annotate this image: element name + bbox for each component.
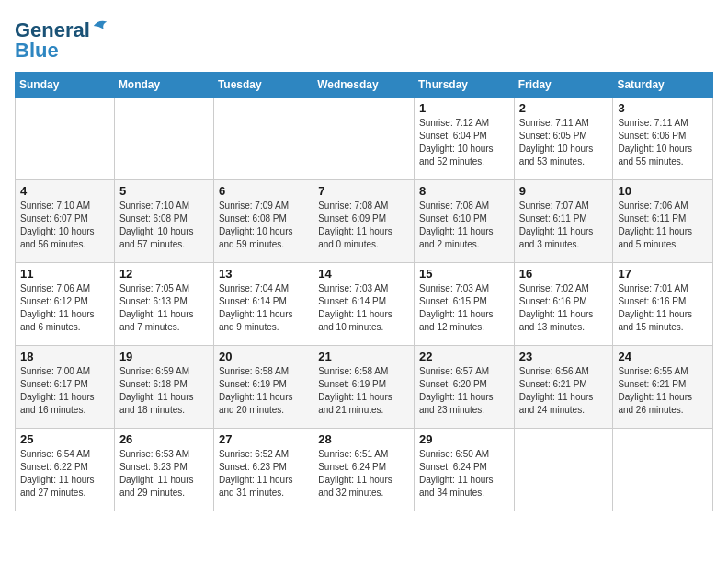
day-number: 13 [219,267,308,281]
calendar-cell [313,98,415,180]
day-number: 24 [618,350,708,363]
calendar-cell: 7Sunrise: 7:08 AM Sunset: 6:09 PM Daylig… [313,180,415,263]
week-row-3: 11Sunrise: 7:06 AM Sunset: 6:12 PM Dayli… [16,263,713,346]
day-number: 20 [219,350,308,363]
day-number: 3 [618,101,708,115]
day-number: 19 [119,350,209,363]
calendar-cell: 13Sunrise: 7:04 AM Sunset: 6:14 PM Dayli… [213,263,313,346]
day-number: 23 [519,350,609,363]
calendar-cell: 6Sunrise: 7:09 AM Sunset: 6:08 PM Daylig… [213,180,313,263]
calendar-cell: 17Sunrise: 7:01 AM Sunset: 6:16 PM Dayli… [613,263,713,346]
calendar-cell: 4Sunrise: 7:10 AM Sunset: 6:07 PM Daylig… [16,180,115,263]
day-number: 26 [119,432,209,446]
weekday-header-thursday: Thursday [414,73,514,98]
calendar-table: SundayMondayTuesdayWednesdayThursdayFrid… [15,72,713,511]
day-number: 7 [318,184,409,198]
day-info: Sunrise: 7:00 AM Sunset: 6:17 PM Dayligh… [20,365,109,417]
day-number: 8 [419,184,509,198]
day-number: 18 [20,350,109,363]
day-info: Sunrise: 7:11 AM Sunset: 6:05 PM Dayligh… [519,117,609,168]
day-info: Sunrise: 7:10 AM Sunset: 6:07 PM Dayligh… [20,200,109,251]
calendar-cell: 5Sunrise: 7:10 AM Sunset: 6:08 PM Daylig… [114,180,213,263]
weekday-header-saturday: Saturday [613,73,713,98]
calendar-cell: 25Sunrise: 6:54 AM Sunset: 6:22 PM Dayli… [16,429,115,511]
day-info: Sunrise: 7:04 AM Sunset: 6:14 PM Dayligh… [219,282,308,334]
day-info: Sunrise: 7:08 AM Sunset: 6:09 PM Dayligh… [318,200,409,251]
day-number: 6 [219,184,308,198]
calendar-cell: 12Sunrise: 7:05 AM Sunset: 6:13 PM Dayli… [114,263,213,346]
calendar-cell: 20Sunrise: 6:58 AM Sunset: 6:19 PM Dayli… [213,346,313,429]
day-info: Sunrise: 6:55 AM Sunset: 6:21 PM Dayligh… [618,365,708,417]
day-info: Sunrise: 6:56 AM Sunset: 6:21 PM Dayligh… [519,365,609,417]
calendar-cell: 15Sunrise: 7:03 AM Sunset: 6:15 PM Dayli… [414,263,514,346]
weekday-header-sunday: Sunday [16,73,115,98]
day-info: Sunrise: 6:54 AM Sunset: 6:22 PM Dayligh… [20,448,109,500]
day-info: Sunrise: 6:59 AM Sunset: 6:18 PM Dayligh… [119,365,209,417]
day-number: 25 [20,432,109,446]
day-info: Sunrise: 6:51 AM Sunset: 6:24 PM Dayligh… [318,448,409,500]
day-info: Sunrise: 6:53 AM Sunset: 6:23 PM Dayligh… [119,448,209,500]
calendar-cell: 21Sunrise: 6:58 AM Sunset: 6:19 PM Dayli… [313,346,415,429]
day-info: Sunrise: 6:50 AM Sunset: 6:24 PM Dayligh… [419,448,509,500]
day-number: 12 [119,267,209,281]
day-number: 16 [519,267,609,281]
day-number: 14 [318,267,409,281]
calendar-cell [213,98,313,180]
day-info: Sunrise: 7:03 AM Sunset: 6:15 PM Dayligh… [419,282,509,334]
day-info: Sunrise: 7:02 AM Sunset: 6:16 PM Dayligh… [519,282,609,334]
day-info: Sunrise: 7:12 AM Sunset: 6:04 PM Dayligh… [419,117,509,168]
day-number: 28 [318,432,409,446]
calendar-cell: 28Sunrise: 6:51 AM Sunset: 6:24 PM Dayli… [313,429,415,511]
calendar-cell: 14Sunrise: 7:03 AM Sunset: 6:14 PM Dayli… [313,263,415,346]
day-info: Sunrise: 6:52 AM Sunset: 6:23 PM Dayligh… [219,448,308,500]
calendar-cell: 3Sunrise: 7:11 AM Sunset: 6:06 PM Daylig… [613,98,713,180]
calendar-cell: 11Sunrise: 7:06 AM Sunset: 6:12 PM Dayli… [16,263,115,346]
day-number: 1 [419,101,509,115]
day-info: Sunrise: 7:05 AM Sunset: 6:13 PM Dayligh… [119,282,209,334]
calendar-cell: 9Sunrise: 7:07 AM Sunset: 6:11 PM Daylig… [514,180,613,263]
day-number: 21 [318,350,409,363]
logo-bird-icon [92,17,108,34]
day-info: Sunrise: 7:08 AM Sunset: 6:10 PM Dayligh… [419,200,509,251]
day-info: Sunrise: 6:57 AM Sunset: 6:20 PM Dayligh… [419,365,509,417]
calendar-cell: 2Sunrise: 7:11 AM Sunset: 6:05 PM Daylig… [514,98,613,180]
weekday-header-row: SundayMondayTuesdayWednesdayThursdayFrid… [16,73,713,98]
calendar-cell: 27Sunrise: 6:52 AM Sunset: 6:23 PM Dayli… [213,429,313,511]
week-row-4: 18Sunrise: 7:00 AM Sunset: 6:17 PM Dayli… [16,346,713,429]
weekday-header-tuesday: Tuesday [213,73,313,98]
day-info: Sunrise: 7:09 AM Sunset: 6:08 PM Dayligh… [219,200,308,251]
week-row-2: 4Sunrise: 7:10 AM Sunset: 6:07 PM Daylig… [16,180,713,263]
calendar-cell: 16Sunrise: 7:02 AM Sunset: 6:16 PM Dayli… [514,263,613,346]
day-number: 29 [419,432,509,446]
day-info: Sunrise: 7:10 AM Sunset: 6:08 PM Dayligh… [119,200,209,251]
day-info: Sunrise: 6:58 AM Sunset: 6:19 PM Dayligh… [318,365,409,417]
day-info: Sunrise: 7:11 AM Sunset: 6:06 PM Dayligh… [618,117,708,168]
calendar-cell: 18Sunrise: 7:00 AM Sunset: 6:17 PM Dayli… [16,346,115,429]
day-number: 22 [419,350,509,363]
calendar-cell [16,98,115,180]
day-info: Sunrise: 6:58 AM Sunset: 6:19 PM Dayligh… [219,365,308,417]
page-header: General Blue [15,15,713,63]
week-row-5: 25Sunrise: 6:54 AM Sunset: 6:22 PM Dayli… [16,429,713,511]
day-number: 10 [618,184,708,198]
calendar-cell: 8Sunrise: 7:08 AM Sunset: 6:10 PM Daylig… [414,180,514,263]
day-number: 9 [519,184,609,198]
weekday-header-monday: Monday [114,73,213,98]
calendar-cell [613,429,713,511]
calendar-cell: 19Sunrise: 6:59 AM Sunset: 6:18 PM Dayli… [114,346,213,429]
day-info: Sunrise: 7:03 AM Sunset: 6:14 PM Dayligh… [318,282,409,334]
logo: General Blue [15,18,108,63]
calendar-cell: 23Sunrise: 6:56 AM Sunset: 6:21 PM Dayli… [514,346,613,429]
weekday-header-wednesday: Wednesday [313,73,415,98]
calendar-cell: 26Sunrise: 6:53 AM Sunset: 6:23 PM Dayli… [114,429,213,511]
day-number: 2 [519,101,609,115]
weekday-header-friday: Friday [514,73,613,98]
week-row-1: 1Sunrise: 7:12 AM Sunset: 6:04 PM Daylig… [16,98,713,180]
calendar-cell: 22Sunrise: 6:57 AM Sunset: 6:20 PM Dayli… [414,346,514,429]
day-info: Sunrise: 7:06 AM Sunset: 6:11 PM Dayligh… [618,200,708,251]
calendar-cell: 10Sunrise: 7:06 AM Sunset: 6:11 PM Dayli… [613,180,713,263]
day-number: 4 [20,184,109,198]
calendar-cell [514,429,613,511]
day-number: 5 [119,184,209,198]
day-info: Sunrise: 7:06 AM Sunset: 6:12 PM Dayligh… [20,282,109,334]
